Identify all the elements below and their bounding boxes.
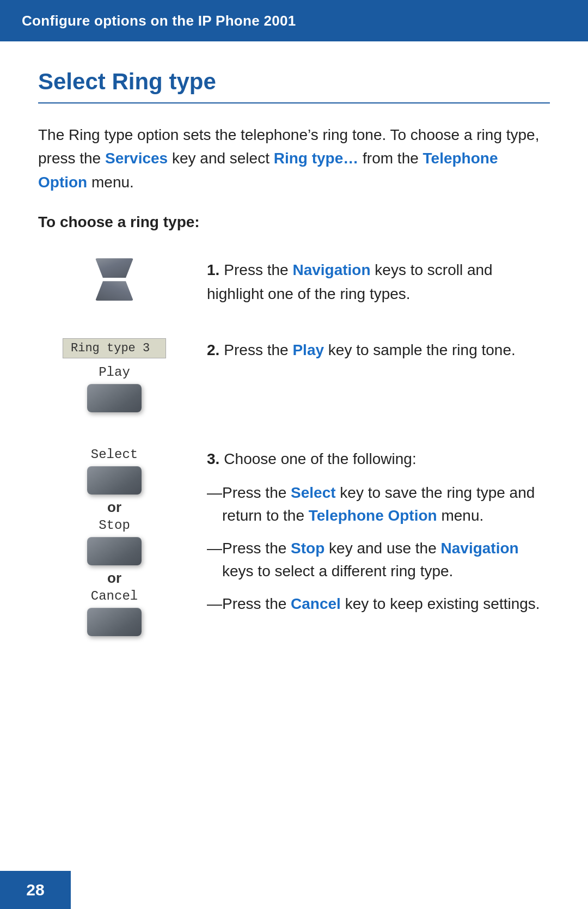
or-label-1: or bbox=[107, 499, 121, 516]
header-text: Configure options on the IP Phone 2001 bbox=[22, 13, 296, 29]
section-title: Select Ring type bbox=[38, 69, 550, 103]
subheading: To choose a ring type: bbox=[38, 213, 550, 231]
dash-1: — bbox=[207, 481, 222, 527]
dash-3: — bbox=[207, 593, 222, 615]
stop-button-icon bbox=[87, 537, 142, 565]
bullet-1-text: Press the Select key to save the ring ty… bbox=[222, 481, 550, 527]
step-1-num: 1. bbox=[207, 261, 219, 278]
step-2-text-before: Press the bbox=[224, 341, 292, 358]
select-button-icon bbox=[87, 466, 142, 495]
step-1-visual bbox=[38, 253, 191, 304]
step-3-row: Select or Stop or Cancel 3.Choose one of… bbox=[38, 442, 550, 638]
or-label-2: or bbox=[107, 570, 121, 587]
stop-link: Stop bbox=[291, 540, 324, 557]
footer-bar: 28 bbox=[0, 871, 71, 909]
step-3-visual: Select or Stop or Cancel bbox=[38, 442, 191, 638]
intro-paragraph: The Ring type option sets the telephone’… bbox=[38, 123, 550, 194]
services-link: Services bbox=[105, 150, 168, 167]
cancel-button-icon bbox=[87, 608, 142, 636]
step-3-intro: Choose one of the following: bbox=[224, 450, 416, 467]
step-2-visual: Ring type 3 Play bbox=[38, 333, 191, 414]
step-2-row: Ring type 3 Play 2.Press the Play key to… bbox=[38, 333, 550, 414]
nav-keys-icon bbox=[95, 258, 133, 301]
steps-container: 1.Press the Navigation keys to scroll an… bbox=[38, 253, 550, 666]
dash-2: — bbox=[207, 537, 222, 583]
step-3-buttons: Select or Stop or Cancel bbox=[87, 447, 142, 638]
navigation-link-2: Navigation bbox=[441, 540, 519, 557]
bullet-1: — Press the Select key to save the ring … bbox=[207, 481, 550, 527]
bullet-3: — Press the Cancel key to keep existing … bbox=[207, 593, 550, 615]
step-3-sub-list: — Press the Select key to save the ring … bbox=[207, 481, 550, 615]
page-number: 28 bbox=[26, 881, 44, 899]
nav-key-up-icon bbox=[95, 258, 133, 278]
play-button-icon bbox=[87, 384, 142, 412]
step-3-num: 3. bbox=[207, 450, 219, 467]
step-2-text-after: key to sample the ring tone. bbox=[324, 341, 516, 358]
step-3-text: 3.Choose one of the following: — Press t… bbox=[191, 442, 550, 625]
select-label: Select bbox=[91, 447, 138, 462]
select-link: Select bbox=[291, 484, 336, 501]
bullet-3-text: Press the Cancel key to keep existing se… bbox=[222, 593, 550, 615]
intro-text-4: menu. bbox=[87, 174, 134, 191]
stop-label: Stop bbox=[99, 518, 130, 533]
step-2-num: 2. bbox=[207, 341, 219, 358]
play-label: Play bbox=[99, 365, 130, 380]
cancel-link: Cancel bbox=[291, 595, 341, 612]
step-1-row: 1.Press the Navigation keys to scroll an… bbox=[38, 253, 550, 306]
telephone-option-link-2: Telephone Option bbox=[309, 507, 437, 524]
play-link: Play bbox=[292, 341, 324, 358]
navigation-link-1: Navigation bbox=[292, 261, 370, 278]
ring-type-display: Ring type 3 bbox=[63, 338, 166, 358]
bullet-2: — Press the Stop key and use the Navigat… bbox=[207, 537, 550, 583]
intro-text-3: from the bbox=[358, 150, 422, 167]
step-1-text-before: Press the bbox=[224, 261, 292, 278]
header-bar: Configure options on the IP Phone 2001 bbox=[0, 0, 588, 41]
main-content: Select Ring type The Ring type option se… bbox=[0, 41, 588, 709]
ring-type-link: Ring type… bbox=[274, 150, 359, 167]
step-1-text: 1.Press the Navigation keys to scroll an… bbox=[191, 253, 550, 306]
intro-text-2: key and select bbox=[168, 150, 274, 167]
step-2-text: 2.Press the Play key to sample the ring … bbox=[191, 333, 550, 362]
nav-key-down-icon bbox=[95, 281, 133, 301]
cancel-label: Cancel bbox=[91, 589, 138, 603]
bullet-2-text: Press the Stop key and use the Navigatio… bbox=[222, 537, 550, 583]
